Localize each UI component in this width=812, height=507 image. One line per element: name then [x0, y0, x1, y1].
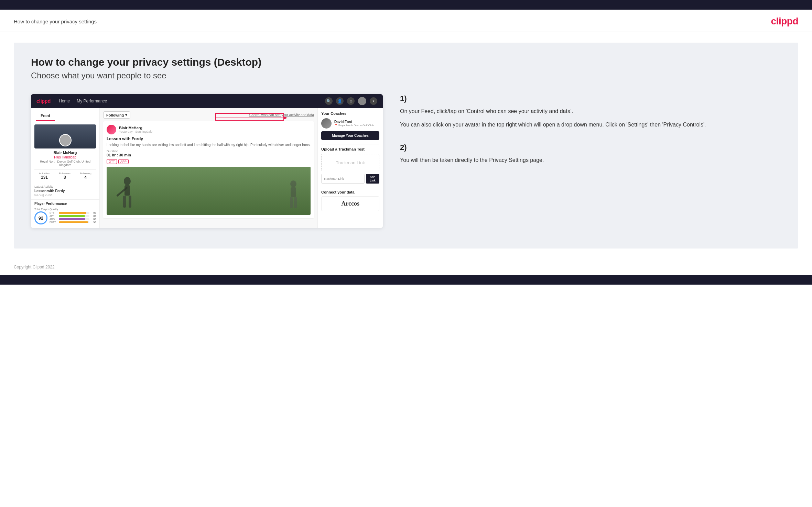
- profile-name: Blair McHarg: [34, 151, 96, 155]
- latest-activity-date: 03 Aug 2022: [34, 193, 96, 197]
- stat-activities-value: 131: [39, 175, 50, 180]
- bar-putt: PUTT 96: [50, 221, 96, 223]
- coaches-title: Your Coaches: [321, 111, 379, 115]
- bar-app: APP 85: [50, 215, 96, 217]
- following-chevron-icon: ▾: [125, 113, 127, 117]
- svg-point-5: [290, 180, 296, 187]
- svg-rect-1: [124, 185, 130, 196]
- quality-bars: OTT 90 APP 85 ARG: [50, 212, 96, 224]
- bar-ott-value: 90: [90, 212, 96, 214]
- section-divider-1: [321, 144, 379, 144]
- copyright-text: Copyright Clippd 2022: [14, 265, 55, 269]
- section-divider-2: [321, 187, 379, 187]
- stat-activities: Activities 131: [39, 172, 50, 180]
- following-button[interactable]: Following ▾: [103, 111, 130, 119]
- quality-score: 92: [34, 211, 47, 224]
- step-2-num: 2): [400, 143, 778, 152]
- bar-arg-label: ARG: [50, 218, 58, 220]
- page-heading: How to change your privacy settings (Des…: [31, 56, 781, 68]
- svg-rect-4: [129, 196, 131, 208]
- duration-value: 01 hr : 30 min: [107, 153, 311, 157]
- profile-image-area: [34, 124, 96, 148]
- step-1-text: On your Feed, click/tap on 'Control who …: [400, 107, 778, 129]
- bar-ott-label: OTT: [50, 212, 58, 214]
- app-right-panel: Your Coaches David Ford 📍 Royal North De…: [317, 108, 383, 228]
- tag-app: APP: [118, 159, 129, 164]
- instructions-panel: 1) On your Feed, click/tap on 'Control w…: [397, 94, 781, 179]
- step-1-text-2: You can also click on your avatar in the…: [400, 120, 778, 129]
- svg-rect-7: [290, 197, 293, 208]
- post-author-avatar: [107, 125, 116, 134]
- person-icon[interactable]: 👤: [336, 97, 344, 105]
- manage-coaches-button[interactable]: Manage Your Coaches: [321, 131, 379, 140]
- bar-arg: ARG 86: [50, 218, 96, 220]
- svg-point-0: [124, 177, 131, 185]
- coach-club: 📍 Royal North Devon Golf Club: [334, 124, 374, 127]
- svg-rect-3: [123, 196, 126, 208]
- post-date: Yesterday · Sunningdale: [119, 130, 152, 133]
- following-label: Following: [106, 113, 124, 117]
- stats-row: Activities 131 Followers 3 Following 4: [34, 169, 96, 182]
- step-2-text: You will then be taken directly to the P…: [400, 155, 778, 165]
- bar-arg-track: [59, 218, 89, 220]
- chevron-down-icon[interactable]: ▼: [370, 97, 377, 105]
- bottom-bar: [0, 275, 812, 285]
- arccos-logo: Arccos: [321, 196, 379, 211]
- post-card: Blair McHarg Yesterday · Sunningdale Les…: [103, 121, 314, 218]
- step-1-text-1: On your Feed, click/tap on 'Control who …: [400, 107, 778, 116]
- trackman-placeholder: Trackman Link: [321, 154, 379, 171]
- footer: Copyright Clippd 2022: [0, 259, 812, 275]
- clippd-logo: clippd: [771, 16, 798, 27]
- search-icon[interactable]: 🔍: [325, 97, 333, 105]
- svg-rect-6: [291, 187, 296, 197]
- connect-title: Connect your data: [321, 190, 379, 194]
- trackman-placeholder-text: Trackman Link: [336, 160, 365, 165]
- feed-tab[interactable]: Feed: [36, 111, 55, 121]
- bar-putt-track: [59, 221, 89, 223]
- player-performance-header: Player Performance: [31, 199, 99, 207]
- location-icon: 📍: [334, 124, 338, 127]
- header: How to change your privacy settings clip…: [0, 10, 812, 32]
- post-body: Looking to feel like my hands are exitin…: [107, 143, 311, 147]
- user-avatar[interactable]: [358, 97, 366, 105]
- bar-putt-label: PUTT: [50, 221, 58, 223]
- nav-item-home[interactable]: Home: [59, 99, 70, 103]
- trackman-title: Upload a Trackman Test: [321, 147, 379, 151]
- total-quality-label: Total Player Quality: [34, 208, 96, 211]
- app-logo: clippd: [36, 98, 51, 104]
- profile-avatar: [59, 134, 72, 146]
- stat-followers: Followers 3: [59, 172, 71, 180]
- post-author-info: Blair McHarg Yesterday · Sunningdale: [119, 126, 152, 133]
- add-link-button[interactable]: Add Link: [366, 174, 379, 184]
- duration-label: Duration: [107, 150, 311, 153]
- golfer-silhouette-left: [113, 177, 141, 215]
- bar-ott-track: [59, 212, 89, 214]
- app-screenshot-wrapper: clippd Home My Performance 🔍 👤 ⊕ ▼: [31, 94, 383, 228]
- trackman-input-row: Add Link: [321, 174, 379, 184]
- coach-row: David Ford 📍 Royal North Devon Golf Club: [321, 118, 379, 129]
- post-image: [107, 167, 311, 215]
- bar-app-value: 85: [90, 215, 96, 217]
- trackman-input[interactable]: [321, 174, 365, 184]
- stat-followers-label: Followers: [59, 172, 71, 175]
- add-icon[interactable]: ⊕: [347, 97, 355, 105]
- svg-marker-10: [284, 117, 288, 119]
- coach-name: David Ford: [334, 120, 374, 124]
- golfer-silhouette-right: [283, 180, 304, 215]
- step-1: 1) On your Feed, click/tap on 'Control w…: [400, 94, 778, 129]
- bar-app-label: APP: [50, 215, 58, 217]
- nav-item-performance[interactable]: My Performance: [77, 99, 107, 103]
- coach-club-text: Royal North Devon Golf Club: [338, 124, 374, 127]
- profile-club: Royal North Devon Golf Club, United King…: [34, 160, 96, 167]
- bar-ott: OTT 90: [50, 212, 96, 214]
- bar-arg-value: 86: [90, 218, 96, 220]
- stat-activities-label: Activities: [39, 172, 50, 175]
- stat-following: Following 4: [80, 172, 91, 180]
- content-row: clippd Home My Performance 🔍 👤 ⊕ ▼: [31, 94, 781, 228]
- arrow-line: [215, 116, 291, 120]
- app-nav: clippd Home My Performance 🔍 👤 ⊕ ▼: [31, 94, 383, 108]
- page-breadcrumb: How to change your privacy settings: [14, 19, 97, 24]
- post-header: Blair McHarg Yesterday · Sunningdale: [107, 125, 311, 134]
- bar-app-track: [59, 215, 89, 217]
- app-screenshot: clippd Home My Performance 🔍 👤 ⊕ ▼: [31, 94, 383, 228]
